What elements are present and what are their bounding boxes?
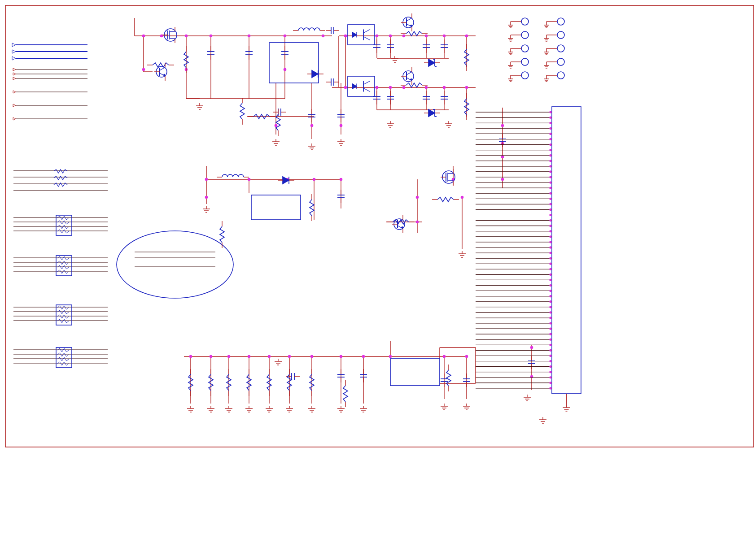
svg-line-518 bbox=[363, 81, 370, 85]
svg-point-522 bbox=[550, 111, 551, 113]
svg-point-622 bbox=[550, 382, 551, 384]
svg-point-608 bbox=[550, 344, 551, 346]
svg-point-258 bbox=[403, 35, 405, 37]
svg-point-285 bbox=[190, 356, 192, 358]
svg-point-554 bbox=[550, 198, 551, 200]
svg-point-284 bbox=[461, 196, 463, 199]
svg-rect-510 bbox=[251, 195, 301, 220]
svg-line-519 bbox=[363, 88, 370, 92]
svg-point-34 bbox=[521, 18, 529, 25]
svg-point-76 bbox=[557, 45, 564, 52]
svg-point-540 bbox=[550, 160, 551, 162]
svg-point-572 bbox=[550, 247, 551, 248]
svg-line-515 bbox=[363, 37, 370, 40]
svg-point-530 bbox=[550, 133, 551, 135]
svg-point-624 bbox=[550, 387, 551, 389]
svg-point-257 bbox=[389, 35, 392, 37]
svg-point-249 bbox=[161, 35, 163, 37]
svg-point-276 bbox=[248, 178, 250, 181]
svg-point-260 bbox=[443, 35, 446, 37]
svg-point-564 bbox=[550, 225, 551, 227]
svg-point-287 bbox=[228, 356, 230, 358]
svg-point-290 bbox=[288, 356, 291, 358]
svg-point-576 bbox=[550, 257, 551, 259]
svg-point-274 bbox=[340, 125, 342, 127]
svg-point-580 bbox=[550, 268, 551, 270]
svg-point-298 bbox=[502, 156, 504, 158]
svg-point-594 bbox=[550, 306, 551, 308]
svg-point-618 bbox=[550, 371, 551, 373]
svg-point-263 bbox=[376, 87, 378, 89]
svg-point-266 bbox=[425, 87, 428, 89]
svg-point-294 bbox=[389, 356, 392, 358]
svg-point-299 bbox=[502, 178, 504, 181]
svg-rect-511 bbox=[390, 359, 440, 386]
svg-point-592 bbox=[550, 301, 551, 303]
svg-point-64 bbox=[557, 18, 564, 25]
svg-point-588 bbox=[550, 290, 551, 292]
svg-point-289 bbox=[268, 356, 271, 358]
svg-point-248 bbox=[143, 35, 145, 37]
svg-point-82 bbox=[557, 58, 564, 65]
svg-point-620 bbox=[550, 377, 551, 378]
svg-point-524 bbox=[550, 117, 551, 118]
svg-point-562 bbox=[550, 220, 551, 221]
svg-rect-507 bbox=[269, 43, 319, 83]
svg-point-586 bbox=[550, 285, 551, 287]
svg-point-253 bbox=[284, 35, 286, 37]
svg-point-94 bbox=[117, 231, 233, 298]
svg-point-556 bbox=[550, 204, 551, 205]
svg-point-544 bbox=[550, 171, 551, 173]
svg-point-259 bbox=[425, 35, 428, 37]
svg-point-528 bbox=[550, 128, 551, 130]
svg-point-296 bbox=[466, 356, 468, 358]
svg-point-272 bbox=[311, 125, 313, 127]
svg-rect-509 bbox=[348, 76, 375, 96]
svg-point-254 bbox=[322, 35, 324, 37]
svg-line-488 bbox=[406, 18, 412, 21]
svg-point-578 bbox=[550, 263, 551, 265]
svg-point-252 bbox=[248, 35, 250, 37]
svg-point-46 bbox=[521, 45, 529, 52]
svg-point-271 bbox=[284, 69, 286, 71]
svg-point-282 bbox=[416, 221, 419, 223]
svg-point-602 bbox=[550, 328, 551, 330]
svg-point-251 bbox=[210, 35, 212, 37]
svg-point-598 bbox=[550, 317, 551, 319]
svg-point-568 bbox=[550, 236, 551, 238]
schematic-diagram bbox=[0, 0, 756, 534]
svg-point-552 bbox=[550, 192, 551, 194]
svg-point-264 bbox=[389, 87, 392, 89]
svg-line-495 bbox=[406, 72, 412, 75]
svg-point-281 bbox=[416, 196, 419, 199]
svg-point-88 bbox=[557, 72, 564, 79]
svg-point-604 bbox=[550, 333, 551, 335]
svg-point-269 bbox=[143, 69, 145, 71]
svg-point-566 bbox=[550, 230, 551, 232]
svg-point-58 bbox=[521, 72, 529, 79]
svg-point-297 bbox=[502, 125, 504, 127]
svg-line-514 bbox=[363, 30, 370, 33]
svg-point-574 bbox=[550, 252, 551, 254]
svg-point-584 bbox=[550, 279, 551, 281]
svg-point-280 bbox=[205, 196, 208, 199]
svg-point-293 bbox=[363, 356, 365, 358]
svg-point-606 bbox=[550, 339, 551, 340]
svg-point-262 bbox=[345, 87, 347, 89]
svg-point-70 bbox=[557, 31, 564, 39]
svg-line-481 bbox=[160, 67, 165, 70]
svg-point-278 bbox=[313, 178, 315, 181]
svg-point-526 bbox=[550, 122, 551, 124]
svg-point-538 bbox=[550, 155, 551, 156]
svg-point-548 bbox=[550, 182, 551, 183]
svg-point-268 bbox=[466, 87, 468, 89]
svg-point-534 bbox=[550, 144, 551, 146]
svg-point-52 bbox=[521, 58, 529, 65]
svg-point-265 bbox=[403, 87, 405, 89]
svg-point-570 bbox=[550, 241, 551, 243]
svg-point-536 bbox=[550, 149, 551, 151]
svg-point-255 bbox=[345, 35, 347, 37]
svg-point-40 bbox=[521, 31, 529, 39]
svg-point-560 bbox=[550, 214, 551, 216]
svg-point-542 bbox=[550, 165, 551, 167]
